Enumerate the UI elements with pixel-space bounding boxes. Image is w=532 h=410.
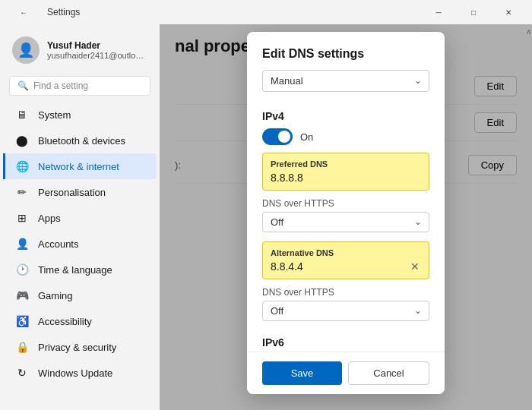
search-placeholder: Find a setting bbox=[33, 80, 88, 91]
user-email: yusufhaider2411@outlook.c... bbox=[47, 51, 147, 60]
sidebar-item-time[interactable]: 🕐 Time & language bbox=[3, 257, 157, 282]
avatar: 👤 bbox=[12, 36, 40, 64]
gaming-icon: 🎮 bbox=[15, 289, 29, 301]
minimize-icon: ─ bbox=[435, 8, 441, 17]
preferred-dns-field: Preferred DNS 8.8.8.8 bbox=[262, 153, 429, 191]
ipv6-section-title: IPv6 bbox=[262, 330, 429, 352]
sidebar-item-label: Personalisation bbox=[38, 187, 106, 198]
back-button[interactable]: ← bbox=[6, 0, 41, 24]
dns-settings-modal: Edit DNS settings Manual Automatic (DHCP… bbox=[247, 32, 445, 394]
alternative-dns-label: Alternative DNS bbox=[271, 248, 421, 257]
maximize-button[interactable]: □ bbox=[456, 0, 491, 24]
accounts-icon: 👤 bbox=[15, 238, 29, 250]
sidebar-item-label: Gaming bbox=[38, 290, 73, 301]
privacy-icon: 🔒 bbox=[15, 341, 29, 353]
titlebar-title: Settings bbox=[47, 7, 80, 17]
app-body: 👤 Yusuf Hader yusufhaider2411@outlook.c.… bbox=[0, 24, 532, 410]
sidebar-item-label: Network & internet bbox=[38, 161, 119, 172]
user-name: Yusuf Hader bbox=[47, 40, 147, 51]
mode-select-wrapper: Manual Automatic (DHCP) bbox=[262, 70, 429, 92]
sidebar-item-accessibility[interactable]: ♿ Accessibility bbox=[3, 308, 157, 334]
preferred-dns-label: Preferred DNS bbox=[271, 159, 421, 169]
toggle-label: On bbox=[300, 131, 313, 143]
preferred-https-select-wrapper: Off On (automatic) bbox=[262, 212, 429, 232]
back-icon: ← bbox=[20, 8, 27, 17]
avatar-icon: 👤 bbox=[17, 42, 34, 58]
modal-footer: Save Cancel bbox=[247, 352, 445, 394]
sidebar-item-label: Apps bbox=[38, 213, 61, 224]
alternative-dns-field: Alternative DNS 8.8.4.4 ✕ bbox=[262, 241, 429, 279]
ipv4-toggle-row: On bbox=[262, 128, 429, 145]
minimize-button[interactable]: ─ bbox=[421, 0, 456, 24]
alternative-https-select-wrapper: Off On (automatic) bbox=[262, 301, 429, 321]
modal-title: Edit DNS settings bbox=[262, 47, 429, 61]
preferred-dns-value[interactable]: 8.8.8.8 bbox=[271, 172, 421, 184]
titlebar: ← Settings ─ □ ✕ bbox=[0, 0, 532, 24]
sidebar-item-privacy[interactable]: 🔒 Privacy & security bbox=[3, 334, 157, 360]
sidebar-item-accounts[interactable]: 👤 Accounts bbox=[3, 231, 157, 257]
sidebar-item-label: System bbox=[38, 109, 71, 121]
modal-header: Edit DNS settings Manual Automatic (DHCP… bbox=[247, 32, 445, 101]
sidebar-item-label: Privacy & security bbox=[38, 342, 116, 353]
close-icon: ✕ bbox=[505, 8, 511, 17]
titlebar-controls: ─ □ ✕ bbox=[421, 0, 526, 24]
alternative-dns-value[interactable]: 8.8.4.4 bbox=[271, 260, 303, 273]
accessibility-icon: ♿ bbox=[15, 315, 29, 327]
alternative-dns-input-row: 8.8.4.4 ✕ bbox=[271, 260, 421, 273]
preferred-https-label: DNS over HTTPS bbox=[262, 198, 429, 209]
maximize-icon: □ bbox=[471, 8, 476, 17]
sidebar-item-apps[interactable]: ⊞ Apps bbox=[3, 205, 157, 231]
sidebar-item-label: Time & language bbox=[38, 264, 112, 276]
sidebar-item-personalisation[interactable]: ✏ Personalisation bbox=[3, 179, 157, 205]
bluetooth-icon: ⬤ bbox=[15, 134, 29, 147]
sidebar-item-windows-update[interactable]: ↻ Windows Update bbox=[3, 360, 157, 386]
time-icon: 🕐 bbox=[15, 263, 29, 276]
system-icon: 🖥 bbox=[15, 109, 29, 121]
personalisation-icon: ✏ bbox=[15, 186, 29, 198]
main-content: nal properties ∧ Edit Edit ): Copy Edit … bbox=[160, 24, 532, 410]
sidebar-item-label: Accounts bbox=[38, 238, 78, 250]
sidebar-item-system[interactable]: 🖥 System bbox=[3, 102, 157, 128]
close-button[interactable]: ✕ bbox=[491, 0, 526, 24]
sidebar-item-label: Windows Update bbox=[38, 367, 112, 379]
alternative-dns-clear-button[interactable]: ✕ bbox=[409, 260, 421, 273]
alternative-https-select[interactable]: Off On (automatic) bbox=[262, 301, 429, 321]
network-icon: 🌐 bbox=[15, 160, 29, 172]
update-icon: ↻ bbox=[15, 367, 29, 379]
sidebar-item-network[interactable]: 🌐 Network & internet bbox=[3, 153, 157, 179]
sidebar-item-label: Accessibility bbox=[38, 316, 92, 327]
search-icon: 🔍 bbox=[17, 80, 29, 91]
search-bar[interactable]: 🔍 Find a setting bbox=[9, 76, 150, 96]
alternative-https-label: DNS over HTTPS bbox=[262, 287, 429, 298]
sidebar-item-bluetooth[interactable]: ⬤ Bluetooth & devices bbox=[3, 128, 157, 153]
user-info: Yusuf Hader yusufhaider2411@outlook.c... bbox=[47, 40, 147, 60]
sidebar-item-gaming[interactable]: 🎮 Gaming bbox=[3, 282, 157, 308]
apps-icon: ⊞ bbox=[15, 212, 29, 224]
save-button[interactable]: Save bbox=[262, 361, 342, 385]
sidebar-user: 👤 Yusuf Hader yusufhaider2411@outlook.c.… bbox=[0, 30, 160, 73]
cancel-button[interactable]: Cancel bbox=[348, 361, 429, 385]
sidebar: 👤 Yusuf Hader yusufhaider2411@outlook.c.… bbox=[0, 24, 160, 410]
ipv4-toggle[interactable] bbox=[262, 128, 293, 145]
titlebar-left: ← Settings bbox=[6, 0, 80, 24]
mode-select[interactable]: Manual Automatic (DHCP) bbox=[262, 70, 429, 92]
ipv4-section-title: IPv4 bbox=[262, 110, 429, 122]
sidebar-nav: 🖥 System ⬤ Bluetooth & devices 🌐 Network… bbox=[0, 102, 160, 404]
modal-body: IPv4 On Preferred DNS 8.8.8.8 DNS over H… bbox=[247, 101, 445, 352]
sidebar-item-label: Bluetooth & devices bbox=[38, 135, 125, 147]
modal-overlay: Edit DNS settings Manual Automatic (DHCP… bbox=[160, 24, 532, 410]
preferred-https-select[interactable]: Off On (automatic) bbox=[262, 212, 429, 232]
